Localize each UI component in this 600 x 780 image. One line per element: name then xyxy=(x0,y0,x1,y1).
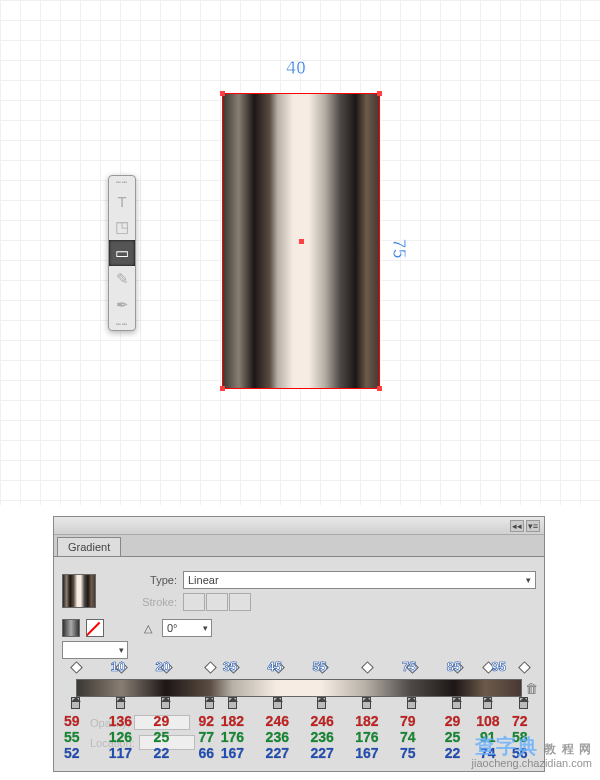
stop-percent-label: 55 xyxy=(312,659,326,674)
stroke-mode-3[interactable] xyxy=(229,593,251,611)
handle[interactable] xyxy=(377,386,382,391)
angle-value: 0° xyxy=(167,622,178,634)
dimension-width: 40 xyxy=(286,58,306,79)
color-stop[interactable] xyxy=(317,697,326,709)
color-stop[interactable] xyxy=(228,697,237,709)
type-label: Type: xyxy=(102,574,177,586)
color-stop[interactable] xyxy=(71,697,80,709)
toolbox-grip[interactable]: ┅┅ xyxy=(109,318,135,330)
stroke-swatch-icon[interactable] xyxy=(86,619,104,637)
rgb-column: 292522 xyxy=(154,713,170,761)
aspect-input[interactable] xyxy=(62,641,128,659)
color-stops-row[interactable] xyxy=(76,697,522,711)
stop-percent-label: 75 xyxy=(402,659,416,674)
type-select[interactable]: Linear xyxy=(183,571,536,589)
opacity-stop[interactable] xyxy=(361,661,374,674)
floating-toolbox[interactable]: ┅┅ T ◳ ▭ ✎ ✒ ┅┅ xyxy=(108,175,136,331)
color-stop[interactable] xyxy=(161,697,170,709)
type-value: Linear xyxy=(188,574,219,586)
stop-percent-label: 20 xyxy=(156,659,170,674)
stop-percent-label: 95 xyxy=(492,659,506,674)
color-stop[interactable] xyxy=(362,697,371,709)
rgb-column: 595552 xyxy=(64,713,80,761)
toolbox-grip[interactable]: ┅┅ xyxy=(109,176,135,188)
stroke-label: Stroke: xyxy=(102,596,177,608)
handle-center[interactable] xyxy=(299,239,304,244)
rgb-column: 927766 xyxy=(198,713,214,761)
rgb-values-grid: Opacity: Location: 595552136126117292522… xyxy=(76,713,522,763)
angle-input[interactable]: 0° xyxy=(162,619,212,637)
gradient-panel: ◂◂ ▾≡ Gradient Type: Linear Stroke: xyxy=(53,516,545,772)
brush-tool-icon[interactable]: ✎ xyxy=(109,266,135,292)
color-stop[interactable] xyxy=(483,697,492,709)
opacity-stops-row[interactable]: 1020354555758595 xyxy=(76,663,522,679)
rgb-column: 292522 xyxy=(445,713,461,761)
opacity-stop[interactable] xyxy=(518,661,531,674)
rgb-column: 797475 xyxy=(400,713,416,761)
rgb-column: 136126117 xyxy=(109,713,132,761)
tool-icon[interactable]: ◳ xyxy=(109,214,135,240)
dimension-height: 75 xyxy=(388,238,409,258)
opacity-stop[interactable] xyxy=(70,661,83,674)
stroke-mode-1[interactable] xyxy=(183,593,205,611)
rgb-column: 1089174 xyxy=(476,713,499,761)
rgb-column: 246236227 xyxy=(266,713,289,761)
stop-percent-label: 35 xyxy=(223,659,237,674)
tab-gradient[interactable]: Gradient xyxy=(57,537,121,556)
menu-icon[interactable]: ▾≡ xyxy=(526,520,540,532)
trash-icon[interactable]: 🗑 xyxy=(525,681,538,696)
color-stop[interactable] xyxy=(205,697,214,709)
stop-percent-label: 45 xyxy=(268,659,282,674)
pen-tool-icon[interactable]: ✒ xyxy=(109,292,135,318)
panel-titlebar[interactable]: ◂◂ ▾≡ xyxy=(54,517,544,535)
rgb-column: 182176167 xyxy=(221,713,244,761)
type-tool-icon[interactable]: T xyxy=(109,188,135,214)
stroke-mode-2[interactable] xyxy=(206,593,228,611)
color-stop[interactable] xyxy=(407,697,416,709)
stop-percent-label: 85 xyxy=(447,659,461,674)
opacity-stop[interactable] xyxy=(205,661,218,674)
collapse-icon[interactable]: ◂◂ xyxy=(510,520,524,532)
color-stop[interactable] xyxy=(273,697,282,709)
stop-percent-label: 10 xyxy=(111,659,125,674)
rgb-column: 725856 xyxy=(512,713,528,761)
color-stop[interactable] xyxy=(519,697,528,709)
panel-tabs: Gradient xyxy=(54,535,544,557)
stroke-mode-buttons xyxy=(183,593,251,611)
rgb-column: 182176167 xyxy=(355,713,378,761)
fill-swatch-icon[interactable] xyxy=(62,619,80,637)
gradient-swatch[interactable] xyxy=(62,574,96,608)
color-stop[interactable] xyxy=(452,697,461,709)
handle[interactable] xyxy=(220,91,225,96)
handle[interactable] xyxy=(377,91,382,96)
angle-icon: △ xyxy=(144,622,152,635)
artboard[interactable]: 40 75 ┅┅ T ◳ ▭ ✎ ✒ ┅┅ xyxy=(0,0,600,505)
gradient-rectangle[interactable] xyxy=(222,93,380,389)
color-stop[interactable] xyxy=(116,697,125,709)
rgb-column: 246236227 xyxy=(310,713,333,761)
handle[interactable] xyxy=(220,386,225,391)
rectangle-tool-icon[interactable]: ▭ xyxy=(109,240,135,266)
